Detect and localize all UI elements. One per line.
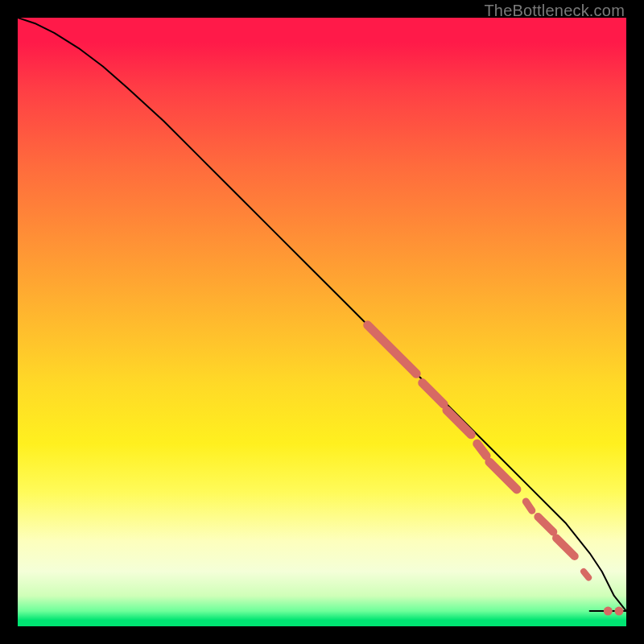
watermark-text: TheBottleneck.com — [484, 2, 625, 20]
marker-group — [368, 325, 624, 616]
series-curve — [18, 18, 626, 611]
marker-capsule — [584, 572, 588, 578]
plot-svg — [18, 18, 626, 626]
marker-dot — [604, 607, 613, 616]
marker-capsule — [526, 502, 532, 510]
marker-capsule — [556, 538, 575, 556]
marker-capsule — [477, 444, 486, 456]
marker-capsule — [489, 462, 517, 489]
marker-capsule — [447, 411, 471, 435]
chart-stage: TheBottleneck.com — [0, 0, 644, 644]
plot-area — [18, 18, 626, 626]
marker-capsule — [423, 383, 444, 404]
marker-capsule — [368, 325, 416, 374]
marker-capsule — [538, 517, 553, 532]
curve-line — [18, 18, 626, 611]
marker-dot — [614, 607, 623, 616]
